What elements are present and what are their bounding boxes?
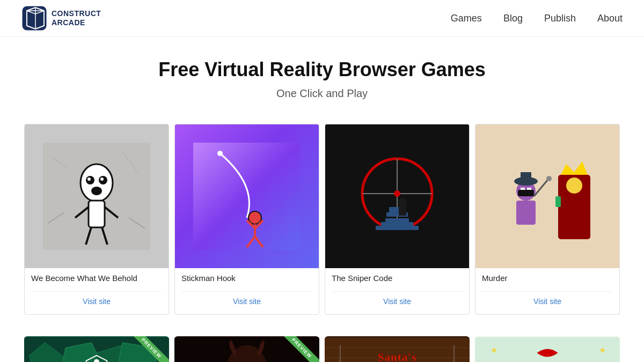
game-title-stickman: Stickman Hook: [181, 274, 312, 283]
hero-section: Free Virtual Reality Browser Games One C…: [0, 37, 644, 110]
game-card-murder: Murder Visit site: [475, 124, 620, 315]
visit-link-we-become[interactable]: Visit site: [31, 291, 162, 309]
svg-point-14: [91, 187, 102, 195]
svg-point-94: [544, 350, 551, 356]
logo-icon: [21, 5, 47, 31]
preview-row: PREVIEW CYBERWAVES THE ARRIVAL PREVIEW: [0, 328, 644, 362]
preview-card-3[interactable]: Santa's Workshop: [325, 336, 470, 362]
svg-point-9: [80, 164, 113, 202]
game-title-sniper: The Sniper Code: [332, 274, 463, 283]
visit-link-stickman[interactable]: Visit site: [181, 291, 312, 309]
svg-rect-49: [516, 201, 536, 225]
game-card-stickman: Stickman Hook Visit site: [174, 124, 319, 315]
game-card-sniper: The Sniper Code Visit site: [325, 124, 470, 315]
svg-text:★: ★: [491, 345, 497, 354]
svg-point-21: [248, 211, 261, 224]
game-info-stickman: Stickman Hook Visit site: [175, 268, 319, 314]
svg-rect-47: [521, 188, 525, 190]
visit-link-sniper[interactable]: Visit site: [332, 291, 463, 309]
svg-rect-36: [399, 206, 406, 216]
svg-rect-20: [193, 143, 301, 250]
page-title: Free Virtual Reality Browser Games: [11, 58, 633, 81]
game-card-we-become: We Become What We Behold Visit site: [24, 124, 169, 315]
nav-publish[interactable]: Publish: [544, 13, 576, 24]
nav-about[interactable]: About: [597, 13, 623, 24]
svg-rect-15: [89, 201, 105, 227]
svg-rect-48: [527, 188, 531, 190]
svg-point-32: [394, 190, 400, 197]
svg-point-13: [100, 178, 104, 181]
nav: Games Blog Publish About: [451, 13, 623, 24]
svg-rect-38: [381, 222, 413, 226]
svg-point-27: [217, 151, 223, 156]
game-thumb-sniper: [325, 124, 469, 268]
game-info-sniper: The Sniper Code Visit site: [325, 268, 469, 314]
svg-rect-46: [518, 190, 534, 196]
nav-games[interactable]: Games: [451, 13, 482, 24]
svg-text:★: ★: [599, 345, 606, 354]
game-thumb-we-become: [25, 124, 169, 268]
game-title-murder: Murder: [482, 274, 613, 283]
preview-card-1[interactable]: PREVIEW: [24, 336, 169, 362]
preview-card-4[interactable]: RED LIGHT GREEN LIGHT ★ ★: [475, 336, 620, 362]
games-row-1: We Become What We Behold Visit site: [21, 121, 623, 317]
game-thumb-murder: [475, 124, 619, 268]
logo[interactable]: CONSTRUCT ARCADE: [21, 5, 101, 31]
games-section: We Become What We Behold Visit site: [0, 110, 644, 328]
logo-text: CONSTRUCT ARCADE: [52, 9, 101, 27]
svg-point-51: [546, 176, 552, 181]
svg-rect-37: [376, 226, 419, 230]
visit-link-murder[interactable]: Visit site: [482, 291, 613, 309]
game-info-murder: Murder Visit site: [475, 268, 619, 314]
game-title-we-become: We Become What We Behold: [31, 274, 162, 283]
game-thumb-stickman: [175, 124, 319, 268]
game-info-we-become: We Become What We Behold Visit site: [25, 268, 169, 314]
svg-point-12: [87, 178, 91, 181]
svg-rect-52: [555, 196, 561, 207]
nav-blog[interactable]: Blog: [503, 13, 523, 24]
svg-point-42: [566, 178, 582, 194]
svg-text:Santa's: Santa's: [378, 351, 417, 362]
hero-subtitle: One Click and Play: [11, 87, 633, 100]
svg-point-35: [398, 198, 407, 207]
preview-card-2[interactable]: CYBERWAVES THE ARRIVAL PREVIEW: [174, 336, 319, 362]
svg-rect-45: [521, 172, 531, 181]
header: CONSTRUCT ARCADE Games Blog Publish Abou…: [0, 0, 644, 37]
svg-rect-39: [385, 218, 409, 222]
